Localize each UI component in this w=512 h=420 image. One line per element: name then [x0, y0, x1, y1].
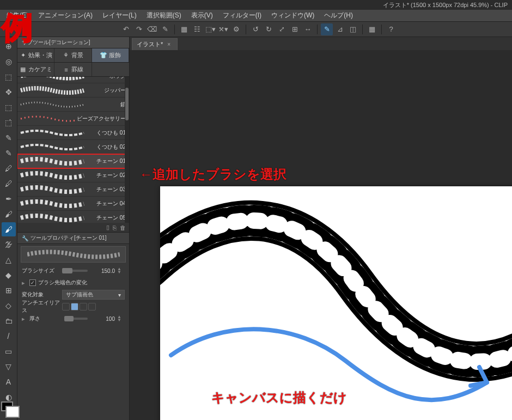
- brush-list[interactable]: ホックジッパー鎖ビーズアクセサリーくつひも 01くつひも 02チェーン 01チェ…: [17, 77, 129, 223]
- cat-lines[interactable]: ≡ 罫線: [54, 63, 92, 76]
- help-button[interactable]: ?: [385, 23, 397, 35]
- aa-mid[interactable]: [80, 303, 87, 311]
- sparkle-icon: ✦: [19, 52, 27, 59]
- color-swatch[interactable]: [1, 401, 13, 411]
- expand-icon[interactable]: ▸: [22, 279, 27, 287]
- tool-decoration[interactable]: 🖌: [2, 222, 16, 236]
- brush-row-2[interactable]: 鎖: [17, 98, 129, 112]
- flip-button[interactable]: ↔: [302, 23, 314, 35]
- prop-tip-change[interactable]: ▸ ✓ ブラシ先端色の変化: [17, 277, 129, 289]
- menu-window[interactable]: ウィンドウ(W): [267, 10, 319, 21]
- aa-strong[interactable]: [88, 303, 96, 311]
- cat-effect[interactable]: ✦ 効果・演: [17, 48, 54, 62]
- brush-row-9[interactable]: チェーン 04: [17, 197, 129, 211]
- menu-help[interactable]: ヘルプ(H): [320, 10, 357, 21]
- tool-text[interactable]: A: [2, 375, 16, 389]
- prop-thickness[interactable]: ▸ 厚さ 100 ▲▼: [17, 313, 129, 325]
- clear-button[interactable]: ✎: [159, 23, 171, 35]
- reset-button[interactable]: ⊞: [289, 23, 301, 35]
- tool-fill[interactable]: ◆: [2, 268, 16, 282]
- tool-ruler[interactable]: ▽: [2, 360, 16, 374]
- redo-button[interactable]: ↷: [133, 23, 145, 35]
- tool-decoration1[interactable]: 🖌: [2, 207, 16, 221]
- ruler-frame-button[interactable]: ◫: [347, 23, 359, 35]
- layout-button[interactable]: ☷: [191, 23, 203, 35]
- tool-frame[interactable]: 🗀: [2, 314, 16, 328]
- cat-clothes[interactable]: 👕 服飾: [92, 48, 129, 62]
- canvas[interactable]: [160, 186, 512, 420]
- stepper-icon[interactable]: ▲▼: [117, 315, 125, 322]
- brush-row-4[interactable]: くつひも 01: [17, 126, 129, 140]
- tool-eraser[interactable]: △: [2, 253, 16, 267]
- grid-button[interactable]: ▦: [178, 23, 190, 35]
- cat-bg[interactable]: ⚘ 背景: [54, 48, 92, 62]
- brush-preview-icon: [20, 113, 75, 124]
- tool-move[interactable]: ⬚: [2, 70, 16, 84]
- delete-button[interactable]: ⌫: [146, 23, 158, 35]
- antialias-options[interactable]: [62, 303, 96, 311]
- select-button[interactable]: ⬚▾: [204, 23, 216, 35]
- chain-preview-icon: [27, 248, 120, 260]
- snap-button[interactable]: ⤧▾: [217, 23, 229, 35]
- menu-layer[interactable]: レイヤー(L): [98, 10, 141, 21]
- brush-row-6[interactable]: チェーン 01: [17, 154, 129, 168]
- close-icon[interactable]: ×: [167, 41, 170, 47]
- newbrush-icon[interactable]: ▯: [106, 224, 109, 231]
- ruler-pen-button[interactable]: ✎: [321, 23, 333, 35]
- stepper-icon[interactable]: ▲▼: [117, 267, 125, 274]
- deletebrush-icon[interactable]: 🗑: [120, 224, 126, 231]
- subtool-tab[interactable]: サブツール[デコレーション]: [17, 37, 129, 48]
- menu-selection[interactable]: 選択範囲(S): [142, 10, 186, 21]
- menu-filter[interactable]: フィルター(I): [218, 10, 266, 21]
- expand-icon[interactable]: ▸: [22, 315, 27, 322]
- copybrush-icon[interactable]: ⎘: [113, 224, 117, 231]
- tip-color-checkbox[interactable]: ✓: [29, 279, 36, 286]
- brush-label: チェーン 05: [87, 214, 129, 222]
- brush-row-1[interactable]: ジッパー: [17, 83, 129, 98]
- tool-operation[interactable]: ✥: [2, 85, 16, 99]
- tool-pen[interactable]: ✎: [2, 146, 16, 160]
- tool-line[interactable]: /: [2, 329, 16, 343]
- rotate-cw-button[interactable]: ↻: [263, 23, 275, 35]
- tool-figure[interactable]: ◇: [2, 299, 16, 313]
- menu-view[interactable]: 表示(V): [187, 10, 217, 21]
- cat-hatch[interactable]: ▦ カケアミ: [17, 63, 54, 76]
- fgbg-color-icon[interactable]: [1, 401, 13, 411]
- tool-rotate[interactable]: ◎: [2, 54, 16, 69]
- thickness-slider[interactable]: [64, 318, 88, 320]
- rotate-ccw-button[interactable]: ↺: [249, 23, 261, 35]
- brush-row-5[interactable]: くつひも 02: [17, 140, 129, 154]
- document-tab[interactable]: イラスト* ×: [132, 38, 178, 50]
- brush-row-7[interactable]: チェーン 02: [17, 168, 129, 182]
- menu-animation[interactable]: アニメーション(A): [34, 10, 97, 21]
- tool-gradient[interactable]: ⊞: [2, 283, 16, 297]
- aa-none[interactable]: [62, 303, 70, 311]
- tool-pencil[interactable]: 🖊: [2, 161, 16, 175]
- grass-icon: ⚘: [62, 52, 70, 59]
- brush-row-10[interactable]: チェーン 05: [17, 211, 129, 223]
- tool-marquee[interactable]: ⬚: [2, 100, 16, 114]
- tool-airbrush[interactable]: ✒: [2, 192, 16, 206]
- brush-label: チェーン 04: [87, 200, 129, 208]
- aa-weak[interactable]: [71, 303, 78, 311]
- grid2-button[interactable]: ▦: [366, 23, 378, 35]
- tool-brush[interactable]: 🖊: [2, 176, 16, 191]
- fit-button[interactable]: ⤢: [276, 23, 288, 35]
- ruler-tri-button[interactable]: ⊿: [334, 23, 346, 35]
- brush-row-8[interactable]: チェーン 03: [17, 182, 129, 197]
- brush-row-0[interactable]: ホック: [17, 77, 129, 83]
- scrollbar[interactable]: [125, 77, 129, 223]
- target-dropdown[interactable]: サブ描画色 ▾: [62, 290, 125, 300]
- prop-brush-size[interactable]: ブラシサイズ 150.0 ▲▼: [17, 265, 129, 277]
- tool-automask[interactable]: ⬚̇: [2, 115, 16, 130]
- brush-size-slider[interactable]: [62, 270, 88, 272]
- prop-antialias[interactable]: アンチエイリアス: [17, 301, 129, 313]
- tool-eyedrop[interactable]: ✎: [2, 131, 16, 145]
- tool-blend[interactable]: 🌫: [2, 238, 16, 252]
- brush-label: 鎖: [87, 101, 129, 108]
- brush-row-3[interactable]: ビーズアクセサリー: [17, 112, 129, 126]
- undo-button[interactable]: ↶: [120, 23, 132, 35]
- tool-balloon[interactable]: ▭: [2, 344, 16, 358]
- settings-button[interactable]: ⚙: [230, 23, 242, 35]
- canvas-viewport[interactable]: ←追加したブラシを選択 キャンバスに描くだけ: [130, 50, 512, 420]
